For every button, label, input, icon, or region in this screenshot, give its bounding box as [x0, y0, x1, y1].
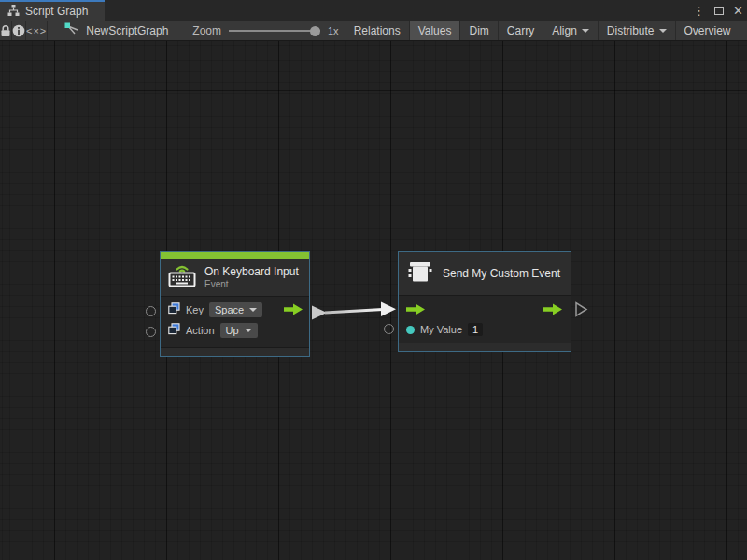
- control-input-port[interactable]: [406, 302, 426, 319]
- script-graph-window: Script Graph ⋮ ✕ <×>: [0, 0, 747, 560]
- control-output-port[interactable]: [543, 302, 563, 319]
- maximize-icon[interactable]: [714, 7, 724, 15]
- value-type-dot-icon: [406, 326, 415, 334]
- connection-wire[interactable]: [312, 302, 396, 320]
- key-dropdown[interactable]: Space: [209, 302, 262, 317]
- lock-button[interactable]: [0, 21, 12, 40]
- action-dropdown[interactable]: Up: [220, 323, 258, 338]
- graph-toolbar: <×> NewScriptGraph Zoom 1x Relations: [0, 21, 747, 41]
- chevron-down-icon: [245, 329, 252, 332]
- graph-asset-icon: [64, 22, 79, 39]
- node-footer: [399, 343, 571, 351]
- my-value-input[interactable]: 1: [468, 323, 483, 336]
- wire-layer: [0, 41, 747, 560]
- keyboard-icon: [168, 263, 196, 291]
- code-preview-toggle[interactable]: <×>: [26, 21, 48, 40]
- graph-canvas[interactable]: On Keyboard Input Event Key Space: [0, 41, 747, 560]
- zoom-slider-track: [229, 30, 320, 32]
- chevron-down-icon: [659, 29, 667, 33]
- toolbar-button-fullscreen[interactable]: Full Screen: [740, 21, 747, 40]
- toolbar-button-dim[interactable]: Dim: [459, 21, 497, 40]
- event-color-bar: [161, 252, 309, 259]
- node-send-my-custom-event[interactable]: Send My Custom Event My Value 1: [398, 251, 571, 352]
- zoom-control: Zoom 1x: [192, 21, 338, 40]
- node-on-keyboard-input[interactable]: On Keyboard Input Event Key Space: [160, 251, 310, 357]
- zoom-value: 1x: [328, 25, 339, 36]
- value-input-port-my-value[interactable]: [384, 324, 394, 334]
- info-button[interactable]: [12, 21, 26, 40]
- node-body: Key Space Action Up: [161, 296, 309, 347]
- toolbar-button-overview[interactable]: Overview: [675, 21, 740, 40]
- value-type-icon: [168, 322, 180, 339]
- zoom-slider[interactable]: [229, 25, 320, 36]
- node-header: Send My Custom Event: [399, 252, 571, 295]
- node-header: On Keyboard Input Event: [161, 259, 309, 296]
- chevron-down-icon: [249, 308, 257, 312]
- window-menu-icon[interactable]: ⋮: [693, 5, 705, 17]
- script-graph-icon: [7, 3, 20, 20]
- node-title: Send My Custom Event: [443, 267, 560, 280]
- zoom-slider-handle[interactable]: [310, 26, 320, 36]
- code-icon: <×>: [26, 25, 47, 36]
- value-input-port-action[interactable]: [146, 327, 156, 337]
- node-body: My Value 1: [399, 295, 571, 343]
- graph-breadcrumb[interactable]: NewScriptGraph: [48, 21, 181, 40]
- port-label-my-value: My Value: [420, 324, 462, 335]
- custom-event-icon: [406, 259, 434, 288]
- port-label-action: Action: [186, 325, 215, 336]
- toolbar-button-align[interactable]: Align: [543, 21, 598, 40]
- zoom-label: Zoom: [192, 24, 221, 37]
- node-subtitle: Event: [204, 279, 299, 289]
- unconnected-control-port[interactable]: [576, 303, 586, 316]
- toolbar-button-distribute[interactable]: Distribute: [598, 21, 675, 40]
- port-row-action: Action Up: [161, 320, 309, 341]
- title-bar: Script Graph ⋮ ✕: [0, 0, 747, 21]
- control-output-port[interactable]: [284, 302, 303, 319]
- chevron-down-icon: [582, 29, 589, 33]
- window-controls: ⋮ ✕: [693, 0, 743, 21]
- close-icon[interactable]: ✕: [733, 5, 743, 17]
- lock-icon: [0, 24, 11, 37]
- toolbar-button-relations[interactable]: Relations: [345, 21, 409, 40]
- port-label-key: Key: [186, 304, 204, 315]
- graph-name: NewScriptGraph: [86, 24, 168, 37]
- info-icon: [12, 24, 25, 37]
- value-input-port-key[interactable]: [146, 306, 156, 316]
- toolbar-button-values[interactable]: Values: [409, 21, 460, 40]
- node-title: On Keyboard Input: [204, 265, 299, 278]
- value-type-icon: [168, 301, 180, 318]
- toolbar-button-carry[interactable]: Carry: [498, 21, 543, 40]
- port-row-my-value: My Value 1: [399, 319, 571, 340]
- tab-script-graph[interactable]: Script Graph: [0, 0, 105, 21]
- tab-label: Script Graph: [25, 5, 88, 18]
- toolbar-buttons: Relations Values Dim Carry Align Distrib…: [345, 21, 747, 40]
- node-footer: [161, 347, 309, 356]
